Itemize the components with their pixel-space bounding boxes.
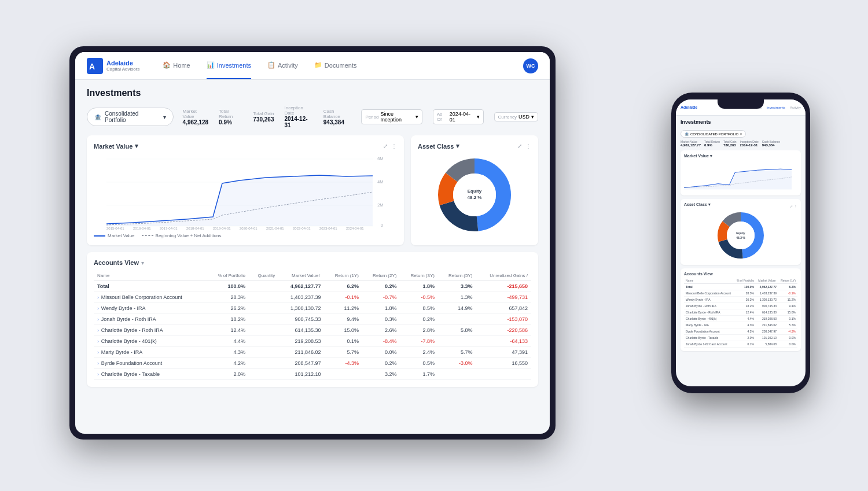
phone-cell-value: -4.3% [778,328,797,335]
phone-table-row: Byrde Foundation Account4.2%208,547.97-4… [684,328,797,335]
col-r3y[interactable]: Return (3Y) [400,271,437,281]
main-content: Investments 🏦 Consolidated Portfolio ▾ M… [75,80,550,434]
cell-value: -0.1% [325,292,362,303]
chart-title-ac: Asset Class ▾ [418,142,459,150]
phone-table-row: Charlotte Byrde - 401(k)4.4%219,208.530.… [684,316,797,322]
cell-value: 1.3% [438,292,476,303]
col-mv[interactable]: Market Value↑ [278,271,324,281]
cell-value [249,347,278,358]
col-name: Name [94,271,207,281]
svg-text:46.2 %: 46.2 % [736,236,745,239]
cell-value: 9.4% [325,314,362,325]
meta-bar: Market Value 4,962,128 Total Return 0.9%… [183,105,538,128]
expand-btn[interactable]: › [97,317,99,322]
expand-btn[interactable]: › [97,328,99,333]
as-of-chevron-icon: ▾ [477,114,480,120]
portfolio-selector[interactable]: 🏦 Consolidated Portfolio ▾ [87,108,174,126]
cell-value: 1.7% [400,369,437,380]
cell-name: ›Charlotte Byrde - Taxable [94,369,207,380]
cell-value: 1.8% [400,281,437,292]
svg-point-33 [727,221,755,249]
total-return: 0.9% [219,119,242,125]
phone-notch [718,99,764,109]
ac-expand-icon[interactable]: ⤢ [517,143,522,149]
phone-cell-value: 211,846.02 [756,322,778,328]
activity-icon: 📋 [267,61,275,69]
svg-text:2018-04-01: 2018-04-01 [186,227,204,230]
chart-controls-ac: ⤢ ⋮ [517,143,531,149]
phone-portfolio-selector[interactable]: 🏦 CONSOLIDATED PORTFOLIO ▾ [681,130,746,138]
nav-home-label: Home [173,62,190,69]
accounts-view-title: Accounts View [94,259,139,266]
cell-name: ›Marty Byrde - IRA [94,347,207,358]
donut-svg: Equity 48.2 % [434,154,515,235]
cell-value: 5.7% [325,347,362,358]
phone-asset-class-chart: Asset Class ▾ ⤢ ⋮ Equity 46.2 % [681,199,801,265]
expand-btn[interactable]: › [97,339,99,344]
as-of-selector[interactable]: As Of 2024-04-01 ▾ [433,109,484,124]
col-r2y[interactable]: Return (2Y) [362,271,400,281]
currency-selector[interactable]: Currency USD ▾ [494,112,538,121]
chart-controls-mv: ⤢ ⋮ [383,143,397,149]
phone-col-name: Name [684,278,734,284]
svg-text:2017-04-01: 2017-04-01 [160,227,178,230]
currency-chevron-icon: ▾ [531,114,534,120]
cell-value: 0.2% [362,281,400,292]
expand-btn[interactable]: › [97,295,99,300]
table-header-row: Name % of Portfolio Quantity Market Valu… [94,271,531,281]
phone-cell-value: 15.0% [778,309,797,316]
expand-icon[interactable]: ⤢ [383,143,388,149]
nav-investments[interactable]: 📊 Investments [207,52,251,79]
phone-cell-value: 208,547.97 [756,328,778,335]
phone-cell-value: 4.2% [734,328,756,335]
nav-activity[interactable]: 📋 Activity [267,52,298,79]
table-row: ›Charlotte Byrde - Roth IRA12.4%614,135.… [94,325,531,336]
accounts-view-header: Accounts View ▾ [94,259,531,266]
nav-documents[interactable]: 📁 Documents [314,52,357,79]
col-ug[interactable]: Unrealized Gains / [476,271,531,281]
cell-value [249,336,278,347]
accounts-view-chevron[interactable]: ▾ [141,260,144,266]
cell-value: 0.2% [362,358,400,369]
phone-nav-investments[interactable]: Investments [767,106,785,109]
svg-text:Equity: Equity [468,189,482,194]
cell-value: 3.3% [438,281,476,292]
phone-accounts-body: Total100.0%4,962,127.776.2%Missouri Bell… [684,284,797,348]
phone-cell-value: 614,135.30 [756,309,778,316]
cell-name: ›Missouri Belle Corporation Account [94,292,207,303]
expand-btn[interactable]: › [97,306,99,311]
expand-btn[interactable]: › [97,372,99,377]
expand-btn[interactable]: › [97,361,99,366]
phone-cell-value: 0.1% [778,316,797,322]
col-r1y[interactable]: Return (1Y) [325,271,362,281]
navigation-bar: A Adelaide Capital Advisors 🏠 Home 📊 Inv… [75,52,550,80]
phone-nav-activity[interactable]: Activity [790,106,801,109]
chevron-down-icon: ▾ [163,114,166,120]
ac-more-icon[interactable]: ⋮ [525,143,531,149]
svg-text:2020-04-01: 2020-04-01 [240,227,258,230]
period-selector[interactable]: Period Since Inception ▾ [361,109,422,124]
meta-total-gains: Total Gain 730,263 [253,111,274,123]
cell-value: 2.4% [400,347,437,358]
logo-icon: A [87,58,103,74]
phone-meta-mv: Market Value 4,962,127.77 [681,140,701,147]
phone-cell-value: Charlotte Byrde - Taxable [684,335,734,341]
nav-home[interactable]: 🏠 Home [163,52,190,79]
svg-text:2016-04-01: 2016-04-01 [133,227,151,230]
cell-value [249,303,278,314]
expand-btn[interactable]: › [97,350,99,355]
phone-col-pct: % of Portfolio [734,278,756,284]
cell-value [249,281,278,292]
tablet-screen: A Adelaide Capital Advisors 🏠 Home 📊 Inv… [75,52,550,434]
total-gains-label: Total Gain [253,111,274,116]
cell-value: 219,208.53 [278,336,324,347]
period-value: Since Inception [381,111,414,123]
chart-title-mv: Market Value ▾ [94,142,138,150]
user-avatar[interactable]: WC [523,58,538,73]
col-r5y[interactable]: Return (5Y) [438,271,476,281]
more-icon[interactable]: ⋮ [391,143,397,149]
phone-cell-value: 9.4% [778,303,797,309]
nav-documents-label: Documents [325,62,357,69]
cell-value: 900,745.33 [278,314,324,325]
legend-market-value: Market Value [94,233,135,238]
